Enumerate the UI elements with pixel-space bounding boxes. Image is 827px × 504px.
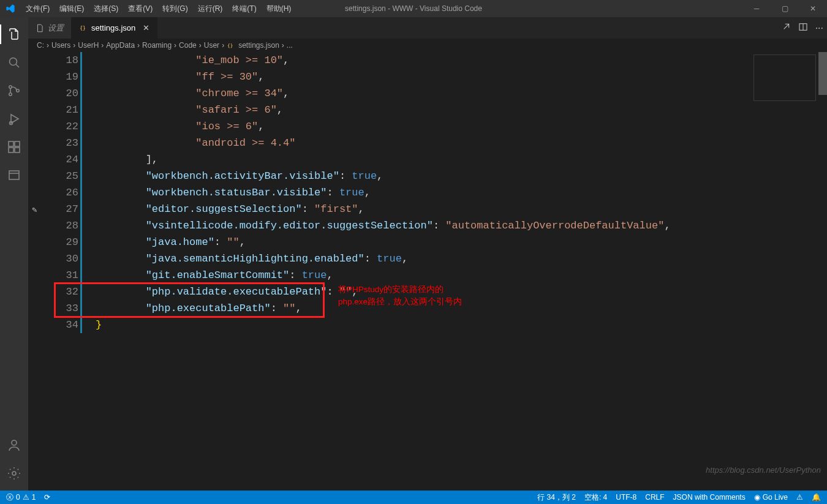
broadcast-icon: ◉	[754, 493, 760, 502]
menu-go[interactable]: 转到(G)	[157, 0, 192, 17]
svg-point-2	[9, 93, 12, 96]
minimize-button[interactable]: ─	[742, 0, 771, 17]
settings-gear-icon[interactable]	[0, 460, 28, 487]
svg-point-1	[9, 86, 12, 88]
editor-actions: ···	[781, 17, 827, 39]
window-controls: ─ ▢ ✕	[742, 0, 827, 17]
vscode-logo-icon	[0, 4, 21, 13]
menu-help[interactable]: 帮助(H)	[262, 0, 296, 17]
svg-point-11	[12, 472, 16, 475]
split-editor-icon[interactable]	[798, 22, 808, 34]
file-icon	[36, 24, 44, 32]
tab-label: 设置	[48, 23, 64, 34]
diff-gutter	[80, 52, 82, 333]
tab-settings-json[interactable]: {} settings.json ✕	[72, 17, 157, 39]
status-golive[interactable]: ◉Go Live	[754, 493, 788, 502]
status-feedback[interactable]: ⚠	[796, 493, 803, 502]
status-language[interactable]: JSON with Comments	[673, 493, 746, 502]
extensions-icon[interactable]	[0, 134, 28, 160]
error-icon: ⓧ	[6, 492, 13, 503]
tab-label: settings.json	[91, 23, 135, 32]
menu-select[interactable]: 选择(S)	[89, 0, 123, 17]
minimap[interactable]	[751, 52, 818, 491]
menu-run[interactable]: 运行(R)	[193, 0, 228, 17]
status-encoding[interactable]: UTF-8	[616, 493, 636, 502]
menu-view[interactable]: 查看(V)	[123, 0, 157, 17]
more-icon[interactable]: ···	[815, 23, 823, 34]
go-to-file-icon[interactable]	[781, 22, 791, 34]
debug-icon[interactable]	[0, 105, 28, 132]
status-bell[interactable]: 🔔	[812, 493, 821, 502]
status-indent[interactable]: 空格: 4	[584, 492, 607, 503]
svg-text:{}: {}	[227, 43, 233, 48]
tab-settings-ui[interactable]: 设置	[28, 17, 72, 39]
svg-rect-9	[9, 171, 19, 179]
code-editor[interactable]: ✎ 1819202122232425262728293031323334 "ie…	[28, 52, 827, 491]
svg-rect-6	[9, 148, 13, 152]
account-icon[interactable]	[0, 432, 28, 459]
svg-rect-8	[15, 141, 20, 146]
json-icon: {}	[227, 42, 235, 50]
maximize-button[interactable]: ▢	[771, 0, 799, 17]
scrollbar-thumb[interactable]	[818, 52, 827, 95]
explorer-icon[interactable]	[0, 21, 28, 48]
menu-terminal[interactable]: 终端(T)	[227, 0, 261, 17]
search-icon[interactable]	[0, 49, 28, 76]
close-button[interactable]: ✕	[799, 0, 827, 17]
svg-rect-7	[15, 148, 20, 152]
svg-point-0	[10, 58, 17, 66]
menu-bar: 文件(F) 编辑(E) 选择(S) 查看(V) 转到(G) 运行(R) 终端(T…	[21, 0, 296, 17]
close-icon[interactable]: ✕	[143, 23, 149, 32]
status-cursor[interactable]: 行 34，列 2	[537, 492, 576, 503]
warning-tri-icon: ⚠	[796, 493, 803, 502]
editor-region: 设置 {} settings.json ✕ ··· C:› Users› Use…	[28, 17, 827, 491]
vertical-scrollbar[interactable]	[818, 52, 827, 491]
source-control-icon[interactable]	[0, 77, 28, 104]
status-eol[interactable]: CRLF	[645, 493, 664, 502]
status-sync[interactable]: ⟳	[44, 493, 50, 502]
watermark: https://blog.csdn.net/UserPython	[706, 465, 821, 475]
status-problems[interactable]: ⓧ0 ⚠1	[6, 492, 36, 503]
tab-bar: 设置 {} settings.json ✕ ···	[28, 17, 827, 39]
breadcrumb[interactable]: C:› Users› UserH› AppData› Roaming› Code…	[28, 39, 827, 52]
window-title: settings.json - WWW - Visual Studio Code	[345, 4, 482, 13]
sync-icon: ⟳	[44, 493, 50, 502]
menu-edit[interactable]: 编辑(E)	[55, 0, 89, 17]
menu-file[interactable]: 文件(F)	[21, 0, 55, 17]
line-numbers: 1819202122232425262728293031323334	[45, 52, 78, 333]
panel-icon[interactable]	[0, 162, 28, 189]
svg-text:{}: {}	[80, 24, 86, 31]
edit-suggestion-icon[interactable]: ✎	[32, 205, 37, 215]
warning-icon: ⚠	[23, 493, 29, 502]
bell-icon: 🔔	[812, 493, 821, 502]
status-bar: ⓧ0 ⚠1 ⟳ 行 34，列 2 空格: 4 UTF-8 CRLF JSON w…	[0, 491, 827, 504]
svg-rect-5	[9, 141, 13, 146]
svg-point-10	[12, 440, 17, 445]
activity-bar	[0, 17, 28, 491]
annotation-text: 将PHPstudy的安装路径内的 php.exe路径，放入这两个引号内	[338, 284, 462, 308]
title-bar: 文件(F) 编辑(E) 选择(S) 查看(V) 转到(G) 运行(R) 终端(T…	[0, 0, 827, 17]
json-icon: {}	[79, 24, 88, 32]
